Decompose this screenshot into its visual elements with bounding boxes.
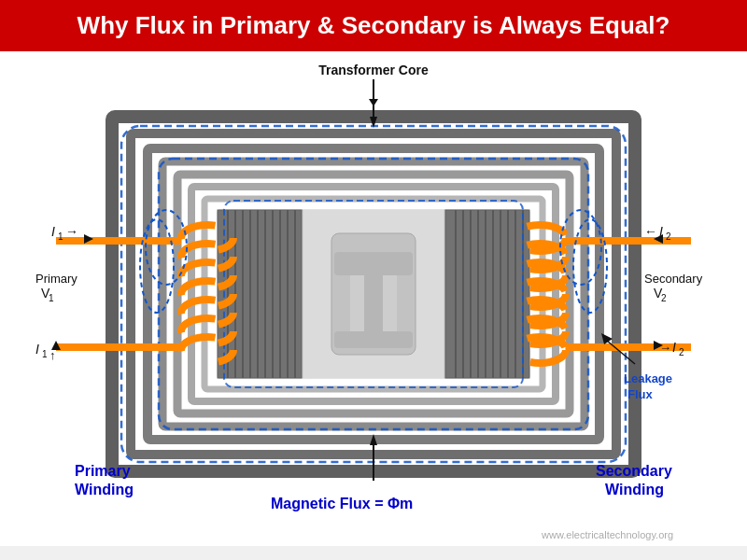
svg-text:Winding: Winding [75,482,134,497]
svg-text:2: 2 [661,293,667,303]
svg-text:I: I [672,340,676,355]
svg-text:I: I [51,224,55,239]
svg-text:↑: ↑ [49,348,56,362]
svg-text:Secondary: Secondary [596,463,672,479]
svg-text:→: → [65,224,78,239]
svg-text:I: I [35,342,39,357]
svg-text:1: 1 [49,293,54,303]
main-content: Transformer Core [0,51,747,546]
svg-text:Leakage: Leakage [624,371,672,385]
svg-text:www.electricaltechnology.org: www.electricaltechnology.org [541,529,673,540]
svg-text:Magnetic Flux = Φm: Magnetic Flux = Φm [271,496,413,511]
svg-rect-35 [334,331,413,348]
page-header: Why Flux in Primary & Secondary is Alway… [0,0,747,51]
svg-text:Secondary: Secondary [644,272,703,286]
svg-rect-34 [364,252,383,336]
svg-text:2: 2 [666,231,671,242]
svg-text:Primary: Primary [75,463,131,479]
svg-text:→: → [659,341,671,355]
svg-text:Primary: Primary [35,272,78,286]
svg-text:2: 2 [679,347,684,357]
transformer-diagram: I 1 → I 1 ↑ ← I 2 → I 2 Primary V 1 Seco… [0,51,747,546]
svg-text:I: I [659,224,663,239]
svg-text:1: 1 [42,349,48,359]
svg-text:←: ← [644,224,657,239]
svg-rect-9 [445,210,529,378]
svg-text:Flux: Flux [627,387,653,401]
svg-text:Winding: Winding [605,482,664,497]
page-title: Why Flux in Primary & Secondary is Alway… [78,11,670,40]
svg-text:1: 1 [58,231,63,242]
